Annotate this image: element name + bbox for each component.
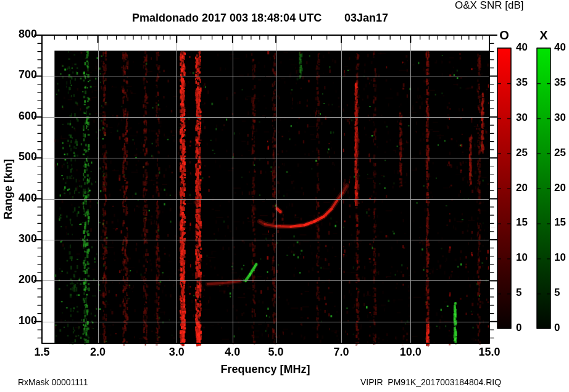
y-tick-label: 800: [0, 28, 37, 41]
colorbar-tick-label: 10: [516, 252, 528, 264]
y-tick-label: 500: [0, 151, 37, 163]
x-tick-label: 1.5: [27, 346, 57, 359]
x-tick-label: 5.0: [260, 346, 291, 359]
date-label: 03Jan17: [344, 12, 388, 25]
colorbar-tick-label: 20: [516, 182, 528, 194]
rx-mask-label: RxMask 00001111: [18, 378, 88, 387]
x-tick-label: 15.0: [474, 346, 505, 359]
colorbar-tick-label: 10: [554, 252, 566, 264]
y-tick-label: 700: [0, 69, 37, 81]
colorbar-o-header: O: [489, 28, 519, 42]
colorbar-tick-label: 15: [516, 217, 528, 229]
page-title: Pmaldonado 2017 003 18:48:04 UTC: [132, 12, 322, 25]
colorbar-tick-label: 30: [516, 112, 528, 124]
y-tick-label: 200: [0, 274, 37, 286]
y-tick-label: 300: [0, 233, 37, 245]
colorbar-tick-label: 30: [554, 112, 566, 124]
x-tick-label: 2.0: [83, 346, 114, 359]
colorbar-tick-label: 20: [554, 182, 566, 194]
colorbar-tick-label: 25: [516, 147, 528, 159]
ionogram-figure: Pmaldonado 2017 003 18:48:04 UTC 03Jan17…: [0, 0, 569, 392]
colorbar-title: O&X SNR [dB]: [455, 0, 523, 12]
colorbar-tick-label: 5: [516, 287, 521, 299]
colorbar-x-header: X: [529, 28, 559, 42]
y-tick-label: 400: [0, 192, 37, 205]
colorbar-tick-label: 0: [516, 322, 521, 334]
data-file-label: VIPIR PM91K_2017003184804.RIQ: [360, 378, 501, 387]
colorbar-tick-label: 0: [554, 322, 560, 334]
y-axis-title: Range [km]: [2, 159, 15, 219]
colorbar-tick-label: 40: [554, 42, 566, 54]
x-tick-label: 7.0: [326, 346, 357, 359]
x-tick-label: 4.0: [217, 346, 248, 359]
colorbar-tick-label: 5: [554, 287, 560, 299]
x-axis-title: Frequency [MHz]: [204, 364, 327, 376]
colorbar-tick-label: 25: [554, 147, 566, 159]
x-tick-label: 3.0: [161, 346, 192, 359]
colorbar-tick-label: 35: [516, 77, 528, 89]
colorbar-tick-label: 40: [516, 42, 528, 54]
colorbar-tick-label: 35: [554, 77, 566, 89]
colorbar-tick-label: 15: [554, 217, 566, 229]
x-tick-label: 10.0: [395, 346, 426, 359]
ionogram-plot-canvas: [0, 0, 569, 392]
y-tick-label: 600: [0, 110, 37, 123]
y-tick-label: 100: [0, 315, 37, 327]
